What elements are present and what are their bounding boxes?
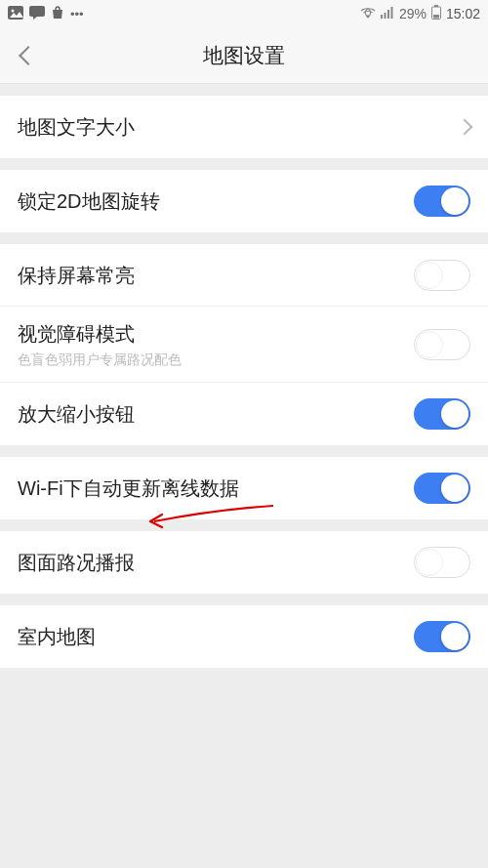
signal-icon: [381, 6, 394, 21]
toggle-keep-screen-on[interactable]: [414, 260, 470, 291]
svg-rect-7: [390, 7, 392, 19]
toggle-wifi-offline[interactable]: [414, 473, 470, 504]
row-label: Wi-Fi下自动更新离线数据: [18, 475, 239, 502]
battery-icon: [431, 5, 441, 22]
status-time: 15:02: [446, 6, 480, 21]
toggle-lock-2d-rotate[interactable]: [414, 186, 470, 217]
row-label: 保持屏幕常亮: [18, 263, 135, 289]
svg-point-1: [12, 9, 15, 12]
row-text-size[interactable]: 地图文字大小: [0, 96, 488, 158]
chevron-left-icon: [19, 46, 38, 65]
svg-rect-2: [29, 6, 45, 17]
row-keep-screen-on: 保持屏幕常亮: [0, 244, 488, 307]
back-button[interactable]: [14, 41, 43, 70]
row-label: 图面路况播报: [18, 550, 135, 576]
message-icon: [29, 6, 45, 22]
svg-rect-5: [384, 13, 386, 19]
row-wifi-offline: Wi-Fi下自动更新离线数据: [0, 457, 488, 519]
nav-bar: 地图设置: [0, 27, 488, 84]
row-indoor-map: 室内地图: [0, 605, 488, 668]
row-label: 锁定2D地图旋转: [18, 188, 160, 215]
row-sublabel: 色盲色弱用户专属路况配色: [18, 351, 182, 369]
toggle-indoor-map[interactable]: [414, 621, 470, 652]
svg-rect-4: [381, 15, 383, 19]
svg-rect-10: [433, 15, 439, 19]
image-icon: [8, 6, 23, 22]
row-traffic-broadcast: 图面路况播报: [0, 531, 488, 594]
row-label: 放大缩小按钮: [18, 401, 135, 428]
toggle-visual-impaired[interactable]: [414, 329, 470, 360]
row-label: 视觉障碍模式: [18, 321, 182, 348]
toggle-zoom-buttons[interactable]: [414, 398, 470, 430]
more-icon: •••: [70, 7, 84, 21]
row-label: 室内地图: [18, 624, 96, 650]
chevron-right-icon: [457, 119, 473, 136]
row-lock-2d-rotate: 锁定2D地图旋转: [0, 170, 488, 232]
row-zoom-buttons: 放大缩小按钮: [0, 383, 488, 445]
row-visual-impaired: 视觉障碍模式 色盲色弱用户专属路况配色: [0, 307, 488, 383]
svg-point-3: [367, 15, 369, 17]
row-label: 地图文字大小: [18, 114, 135, 141]
status-bar: ••• 29% 15:02: [0, 0, 488, 27]
bag-icon: [51, 6, 64, 22]
svg-rect-6: [387, 10, 389, 19]
page-title: 地图设置: [0, 42, 488, 69]
wifi-icon: [360, 6, 376, 21]
battery-percent: 29%: [399, 6, 427, 21]
toggle-traffic-broadcast[interactable]: [414, 547, 470, 578]
